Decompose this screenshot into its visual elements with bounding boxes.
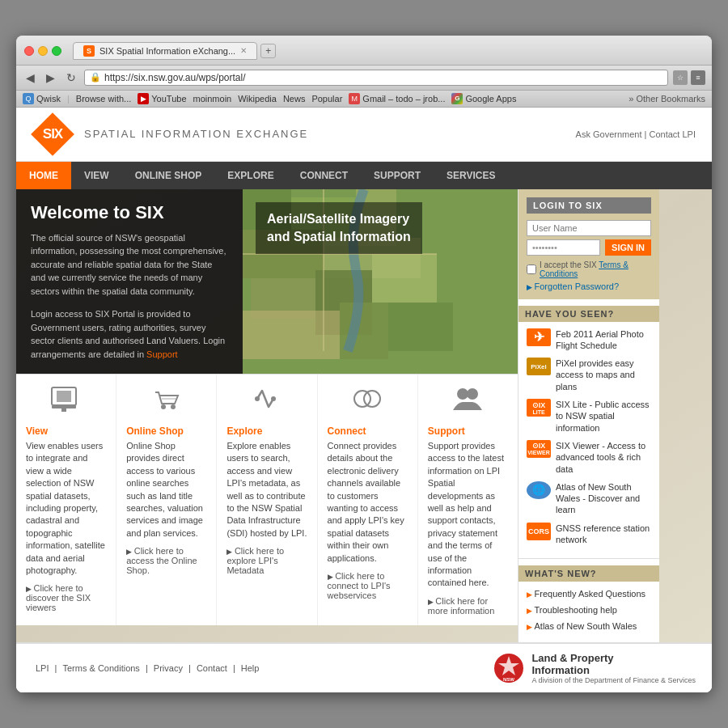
explore-title: Explore: [226, 425, 307, 437]
hys-item-viewer: ⊙IX VIEWER SIX Viewer - Access to advanc…: [527, 440, 651, 475]
connect-title: Connect: [328, 425, 408, 437]
shop-text: Online Shop provides direct access to va…: [126, 440, 206, 540]
hero-body1: The official source of NSW's geospatial …: [31, 231, 228, 298]
support-link[interactable]: Click here for more information: [428, 596, 508, 616]
support-link[interactable]: Support: [146, 349, 178, 359]
nav-online-shop[interactable]: ONLINE SHOP: [122, 162, 215, 189]
nav-support[interactable]: SUPPORT: [361, 162, 434, 189]
explore-link[interactable]: Click here to explore LPI's Metadata: [226, 546, 307, 575]
bookmark-star-icon[interactable]: ☆: [673, 70, 688, 85]
explore-text: Explore enables users to search, access …: [226, 440, 307, 540]
bookmark-youtube[interactable]: ▶ YouTube: [138, 93, 186, 104]
svg-rect-9: [243, 311, 340, 359]
feature-explore: Explore Explore enables users to search,…: [217, 375, 317, 625]
nav-services[interactable]: SERVICES: [434, 162, 508, 189]
nav-explore[interactable]: EXPLORE: [214, 162, 286, 189]
feature-support: Support Support provides access to the l…: [418, 375, 518, 625]
hys-icon-pixel: PiXel: [527, 358, 551, 375]
forward-button[interactable]: ▶: [43, 70, 58, 86]
password-input[interactable]: [527, 239, 600, 256]
bookmark-label: YouTube: [151, 94, 186, 104]
ask-government-link[interactable]: Ask Government: [576, 129, 642, 139]
nav-view[interactable]: VIEW: [71, 162, 122, 189]
new-tab-button[interactable]: +: [260, 44, 276, 58]
hys-icon-atlas: 🌐: [527, 481, 551, 499]
main-nav: HOME VIEW ONLINE SHOP EXPLORE CONNECT SU…: [16, 162, 712, 189]
feature-view: View View enables users to integrate and…: [16, 375, 116, 625]
bookmark-news[interactable]: News: [283, 94, 306, 104]
nav-home[interactable]: HOME: [16, 162, 71, 189]
close-button[interactable]: [24, 46, 34, 56]
contact-lpi-link[interactable]: Contact LPI: [650, 129, 696, 139]
bookmark-label: moinmoin: [193, 94, 232, 104]
browser-window: S SIX Spatial Information eXchang... ✕ +…: [16, 36, 712, 693]
youtube-icon: ▶: [138, 93, 149, 104]
address-bar[interactable]: 🔒 https://six.nsw.gov.au/wps/portal/: [84, 70, 668, 86]
hero-section: Welcome to SIX The official source of NS…: [16, 189, 518, 375]
login-row: SIGN IN: [527, 239, 651, 256]
footer-lpi-link[interactable]: LPI: [36, 663, 49, 673]
footer-contact-link[interactable]: Contact: [197, 663, 227, 673]
browser-menu-icon[interactable]: ≡: [691, 70, 705, 85]
svg-point-18: [161, 404, 166, 409]
terms-link[interactable]: Terms & Conditions: [540, 260, 629, 278]
back-button[interactable]: ◀: [23, 70, 38, 86]
active-tab[interactable]: S SIX Spatial Information eXchang... ✕: [73, 42, 257, 60]
footer-privacy-link[interactable]: Privacy: [154, 663, 183, 673]
bookmark-gmail[interactable]: M Gmail – todo – jrob...: [349, 93, 445, 104]
view-link[interactable]: Click here to discover the SIX viewers: [26, 583, 106, 612]
logo-area: SIX SPATIAL INFORMATION EXCHANGE: [32, 116, 308, 153]
support-text: Support provides access to the latest in…: [428, 440, 508, 590]
bookmark-label: Qwisk: [36, 94, 61, 104]
nav-connect[interactable]: CONNECT: [287, 162, 361, 189]
bookmark-label: Gmail – todo – jrob...: [362, 94, 445, 104]
svg-rect-8: [372, 254, 437, 303]
login-box: LOGIN TO SIX SIGN IN I accept the SIX Te…: [518, 189, 659, 299]
view-text: View enables users to integrate and view…: [26, 440, 106, 577]
view-title: View: [26, 425, 106, 437]
connect-link[interactable]: Click here to connect to LPI's webservic…: [328, 571, 408, 600]
explore-icon: [226, 384, 307, 419]
bookmark-wikipedia[interactable]: Wikipedia: [238, 94, 277, 104]
logo: SIX: [32, 116, 73, 153]
bookmark-popular[interactable]: Popular: [311, 94, 342, 104]
svg-text:NSW: NSW: [503, 677, 514, 682]
terms-checkbox[interactable]: [527, 265, 536, 274]
maximize-button[interactable]: [52, 46, 61, 56]
support-icon: [428, 384, 508, 419]
hys-item-sixlite: ⊙IX LITE SIX Lite - Public access to NSW…: [527, 399, 651, 434]
news-atlas[interactable]: Atlas of New South Wales: [527, 620, 651, 633]
tab-bar: S SIX Spatial Information eXchang... ✕ +: [73, 42, 704, 60]
sign-in-button[interactable]: SIGN IN: [605, 239, 651, 256]
bookmark-other[interactable]: » Other Bookmarks: [629, 94, 705, 104]
svg-point-19: [171, 404, 176, 409]
svg-point-22: [255, 396, 260, 401]
bookmark-browse[interactable]: Browse with...: [76, 94, 131, 104]
shop-title: Online Shop: [126, 425, 206, 437]
username-input[interactable]: [527, 220, 651, 236]
news-faq[interactable]: Frequently Asked Questions: [527, 588, 651, 600]
forgot-password-link[interactable]: Forgotten Password?: [527, 281, 651, 291]
login-title: LOGIN TO SIX: [527, 197, 651, 214]
footer-help-link[interactable]: Help: [241, 663, 260, 673]
reload-button[interactable]: ↻: [63, 70, 79, 86]
feature-connect: Connect Connect provides details about t…: [318, 375, 418, 625]
features-row: View View enables users to integrate and…: [16, 374, 518, 625]
shop-link[interactable]: Click here to access the Online Shop.: [126, 546, 206, 575]
hys-icon-sixlite: ⊙IX LITE: [527, 399, 551, 417]
hero-image: Aerial/Satellite Imageryand Spatial Info…: [243, 189, 518, 375]
bookmark-google-apps[interactable]: G Google Apps: [451, 93, 516, 104]
hys-text-sixlite: SIX Lite - Public access to NSW spatial …: [556, 399, 651, 434]
url-text: https://six.nsw.gov.au/wps/portal/: [104, 72, 662, 83]
bookmark-label: News: [283, 94, 306, 104]
news-troubleshooting[interactable]: Troubleshooting help: [527, 604, 651, 616]
whats-new-section: WHAT'S NEW? Frequently Asked Questions T…: [518, 559, 659, 642]
svg-rect-11: [388, 303, 453, 351]
footer-links: LPI | Terms & Conditions | Privacy | Con…: [32, 663, 262, 673]
minimize-button[interactable]: [38, 46, 48, 56]
bookmark-qwisk[interactable]: Q Qwisk: [23, 93, 61, 104]
bookmark-moin[interactable]: moinmoin: [193, 94, 232, 104]
bookmark-icon: Q: [23, 93, 34, 104]
footer-terms-link[interactable]: Terms & Conditions: [63, 663, 140, 673]
tab-close-icon[interactable]: ✕: [240, 46, 247, 55]
